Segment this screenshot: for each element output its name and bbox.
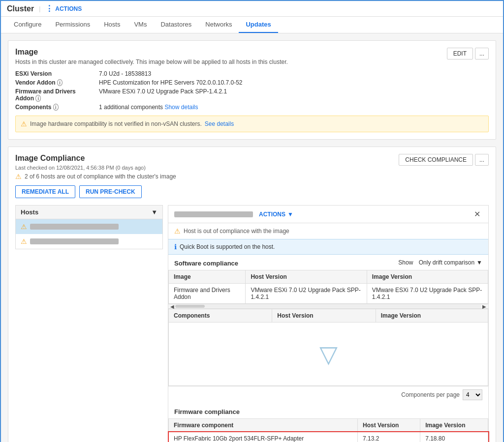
quick-boot-text: Quick Boot is supported on the host.: [180, 243, 275, 250]
header-actions-label: ACTIONS: [55, 5, 82, 12]
run-precheck-button[interactable]: RUN PRE-CHECK: [79, 185, 142, 198]
detail-warning-icon: ⚠: [174, 227, 181, 235]
software-compliance-title: Software compliance: [168, 255, 244, 270]
image-card-left: Image Hosts in this cluster are managed …: [15, 48, 288, 70]
software-compliance-section-header: Software compliance Show Only drift comp…: [168, 255, 488, 270]
detail-compliance-warning: ⚠ Host is out of compliance with the ima…: [168, 223, 488, 239]
detail-compliance-warning-text: Host is out of compliance with the image: [184, 228, 289, 235]
table-row: ▽: [169, 323, 488, 386]
firmware-row-component: HP FlexFabric 10Gb 2port 534FLR-SFP+ Ada…: [169, 432, 358, 442]
comp-col-components: Components: [169, 309, 272, 323]
components-empty-cell: ▽: [169, 323, 488, 386]
compliance-card: Image Compliance Last checked on 12/08/2…: [8, 147, 496, 442]
filter-empty-state: ▽: [174, 325, 483, 383]
detail-actions-label: ACTIONS: [259, 211, 285, 218]
esxi-version-label: ESXi Version: [15, 70, 94, 77]
show-dropdown[interactable]: Show Only drift comparison ▼: [398, 259, 488, 266]
detail-actions-button[interactable]: ACTIONS ▼: [259, 211, 293, 218]
software-row-host-version: VMware ESXi 7.0 U2 Upgrade Pack SPP-1.4.…: [246, 284, 367, 304]
scrollbar-track[interactable]: [175, 305, 481, 308]
compliance-warning-text: 2 of 6 hosts are out of compliance with …: [25, 173, 176, 180]
header-actions-button[interactable]: ⋮ ACTIONS: [45, 4, 82, 13]
scroll-right-icon[interactable]: ▶: [481, 304, 487, 309]
host-name-blurred: [30, 224, 119, 230]
compliance-card-left: Image Compliance Last checked on 12/08/2…: [15, 154, 176, 185]
detail-panel-header: ACTIONS ▼ ✕: [168, 206, 488, 223]
filter-funnel-icon: ▽: [319, 340, 338, 368]
hosts-panel-header: Hosts ▼: [15, 205, 163, 219]
host-name-blurred: [30, 238, 119, 244]
last-checked-text: Last checked on 12/08/2021, 4:56:38 PM (…: [15, 165, 176, 171]
image-card-subtitle: Hosts in this cluster are managed collec…: [15, 59, 288, 65]
image-card-header: Image Hosts in this cluster are managed …: [15, 48, 489, 70]
scroll-left-icon[interactable]: ◀: [169, 304, 175, 309]
software-table: Image Host Version Image Version Firmwar…: [168, 270, 488, 304]
check-compliance-button[interactable]: CHECK COMPLIANCE: [399, 154, 473, 166]
actions-dots-icon: ⋮: [45, 4, 53, 13]
see-details-link[interactable]: See details: [205, 120, 234, 127]
firmware-col-host-version: Host Version: [358, 419, 420, 432]
detail-actions-chevron-icon: ▼: [287, 211, 293, 218]
compliance-card-actions: CHECK COMPLIANCE ...: [399, 154, 489, 166]
vendor-addon-label: Vendor Addon i: [15, 79, 94, 86]
header-divider: |: [39, 5, 40, 12]
tab-configure[interactable]: Configure: [7, 17, 48, 33]
two-panel-layout: Hosts ▼ ⚠ ⚠: [15, 205, 489, 442]
firmware-table: Firmware component Host Version Image Ve…: [168, 418, 488, 442]
software-row-image: Firmware and Drivers Addon: [169, 284, 246, 304]
remediate-all-button[interactable]: REMEDIATE ALL: [15, 185, 75, 198]
compliance-action-buttons: REMEDIATE ALL RUN PRE-CHECK: [15, 185, 489, 198]
components-label: Components i: [15, 104, 94, 111]
detail-header-left: ACTIONS ▼: [174, 211, 293, 218]
firmware-compliance-section: Firmware compliance Firmware component H…: [168, 403, 488, 442]
tab-datastores[interactable]: Datastores: [154, 17, 198, 33]
per-page-label: Components per page: [401, 391, 460, 398]
detail-host-name-blurred: [174, 211, 253, 217]
comp-col-image-version: Image Version: [376, 309, 488, 323]
host-item[interactable]: ⚠: [16, 219, 162, 234]
software-col-host-version: Host Version: [246, 270, 367, 284]
software-col-image: Image: [169, 270, 246, 284]
edit-button[interactable]: EDIT: [447, 48, 473, 59]
software-row-image-version: VMware ESXi 7.0 U2 Upgrade Pack SPP-1.4.…: [367, 284, 488, 304]
image-card: Image Hosts in this cluster are managed …: [8, 40, 496, 140]
host-item[interactable]: ⚠: [16, 234, 162, 249]
comp-col-host-version: Host Version: [272, 309, 376, 323]
image-dots-button[interactable]: ...: [475, 48, 489, 59]
show-option-value: Only drift comparison: [419, 259, 474, 266]
firmware-compliance-title: Firmware compliance: [168, 403, 488, 418]
host-warning-icon: ⚠: [21, 223, 27, 231]
page-title: Cluster: [7, 4, 34, 13]
tab-vms[interactable]: VMs: [127, 17, 154, 33]
esxi-version-value: 7.0 U2d - 18538813: [99, 70, 489, 77]
components-table: Components Host Version Image Version ▽: [168, 309, 488, 386]
warning-triangle-icon: ⚠: [21, 120, 27, 128]
firmware-col-image-version: Image Version: [420, 419, 488, 432]
scrollbar-thumb[interactable]: [175, 305, 205, 308]
compliance-card-title: Image Compliance: [15, 154, 176, 163]
hosts-panel: Hosts ▼ ⚠ ⚠: [15, 205, 163, 442]
compliance-card-header: Image Compliance Last checked on 12/08/2…: [15, 154, 489, 185]
detail-close-button[interactable]: ✕: [472, 209, 482, 219]
tab-networks[interactable]: Networks: [198, 17, 239, 33]
firmware-row-image-version: 7.18.80: [420, 432, 488, 442]
hosts-filter-icon[interactable]: ▼: [151, 208, 158, 216]
compliance-dots-button[interactable]: ...: [475, 154, 489, 166]
components-value: 1 additional components Show details: [99, 104, 489, 111]
software-col-image-version: Image Version: [367, 270, 488, 284]
compliance-warning-icon: ⚠: [15, 173, 22, 180]
image-card-title: Image: [15, 48, 288, 57]
per-page-select[interactable]: 4 10 20: [463, 389, 482, 400]
show-dropdown-chevron-icon: ▼: [476, 259, 482, 266]
vendor-addon-value: HPE Customization for HPE Servers 702.0.…: [99, 79, 489, 86]
image-card-actions: EDIT ...: [447, 48, 489, 59]
main-content: Image Hosts in this cluster are managed …: [1, 33, 503, 442]
detail-panel: ACTIONS ▼ ✕ ⚠ Host is out of compliance …: [168, 205, 489, 442]
hardware-warning-text: Image hardware compatibility is not veri…: [30, 120, 202, 127]
tab-updates[interactable]: Updates: [239, 17, 278, 33]
show-details-link[interactable]: Show details: [164, 104, 198, 111]
show-label: Show: [398, 259, 413, 266]
tab-hosts[interactable]: Hosts: [97, 17, 127, 33]
horizontal-scrollbar[interactable]: ◀ ▶: [168, 304, 488, 309]
tab-permissions[interactable]: Permissions: [48, 17, 97, 33]
